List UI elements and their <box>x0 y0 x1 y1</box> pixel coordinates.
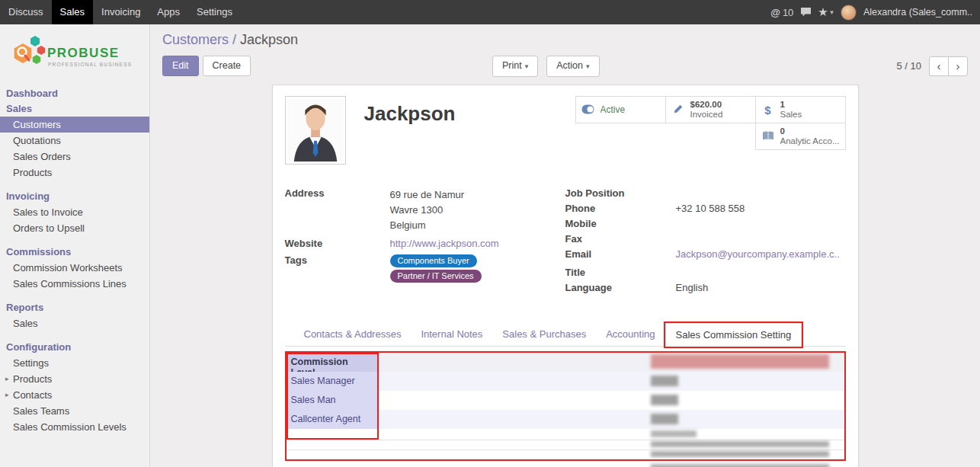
menu-settings[interactable]: Settings <box>188 0 241 24</box>
menu-discuss[interactable]: Discuss <box>0 0 52 24</box>
print-dropdown[interactable]: Print▾ <box>492 56 538 77</box>
expand-arrow-icon: ▸ <box>5 373 13 385</box>
control-panel: Customers / Jackpson Edit Create Print▾ … <box>150 24 980 83</box>
sidebar-item-sales-commission-levels[interactable]: Sales Commission Levels <box>0 419 149 435</box>
email-label: Email <box>565 248 676 261</box>
commission-table: Commission Level Sales Manager Sales Man… <box>285 351 846 461</box>
create-button[interactable]: Create <box>203 56 251 76</box>
sidebar-item-sales-to-invoice[interactable]: Sales to Invoice <box>0 204 149 220</box>
tab-internal-notes[interactable]: Internal Notes <box>411 323 492 346</box>
edit-button[interactable]: Edit <box>162 56 199 76</box>
breadcrumb-current: Jackpson <box>240 32 298 47</box>
tags-label: Tags <box>285 254 390 283</box>
pager-previous-button[interactable]: ‹ <box>929 56 949 76</box>
user-menu[interactable]: Alexandra (Sales_comm.. <box>863 7 972 18</box>
sidebar-heading-reports[interactable]: Reports <box>0 300 149 315</box>
language-label: Language <box>565 282 676 294</box>
sidebar-heading-configuration[interactable]: Configuration <box>0 340 149 355</box>
book-icon <box>761 130 775 143</box>
chat-bubble-icon <box>800 7 812 18</box>
sidebar-item-reports-sales[interactable]: Sales <box>0 315 149 331</box>
pager-next-button[interactable]: › <box>948 56 968 76</box>
chevron-left-icon: ‹ <box>937 59 941 72</box>
active-toggle-icon <box>581 104 595 117</box>
chevron-down-icon: ▾ <box>830 8 834 16</box>
table-row[interactable]: Sales Manager <box>287 372 844 391</box>
analytic-accounts-stat-button[interactable]: 0Analytic Acco... <box>755 123 846 150</box>
mention-count: 10 <box>783 7 793 18</box>
messages-button[interactable] <box>800 7 812 18</box>
title-label: Title <box>565 267 676 279</box>
expand-arrow-icon: ▸ <box>5 389 13 401</box>
sidebar-item-label: Contacts <box>13 389 52 401</box>
sidebar-item-sales-teams[interactable]: Sales Teams <box>0 403 149 419</box>
logo-subtitle: PROFESSIONAL BUSINESS <box>48 62 132 67</box>
sidebar-heading-commissions[interactable]: Commissions <box>0 245 149 260</box>
tag-components-buyer[interactable]: Components Buyer <box>390 254 477 267</box>
sidebar-heading-invoicing[interactable]: Invoicing <box>0 189 149 204</box>
partner-name: Jackpson <box>364 102 456 126</box>
breadcrumb-customers[interactable]: Customers <box>162 32 229 47</box>
sidebar-item-quotations[interactable]: Quotations <box>0 133 149 149</box>
tags-value: Components Buyer Partner / IT Services <box>390 254 482 283</box>
menu-apps[interactable]: Apps <box>149 0 188 24</box>
mobile-label: Mobile <box>565 218 676 230</box>
active-stat-button[interactable]: Active <box>575 96 666 123</box>
tab-sales-purchases[interactable]: Sales & Purchases <box>492 323 596 346</box>
mention-icon: @ <box>770 7 780 18</box>
stat-buttons: Active $620.00Invoiced $ 1Sales <box>574 96 846 150</box>
table-footer-stripe <box>287 440 844 449</box>
sidebar-item-sales-commissions-lines[interactable]: Sales Commissions Lines <box>0 276 149 292</box>
website-link[interactable]: http://www.jackpson.com <box>390 238 499 250</box>
menu-invoicing[interactable]: Invoicing <box>93 0 149 24</box>
user-avatar[interactable] <box>841 5 857 21</box>
top-navbar: Discuss Sales Invoicing Apps Settings @ … <box>0 0 980 24</box>
chevron-right-icon: › <box>956 59 960 72</box>
sales-stat-button[interactable]: $ 1Sales <box>755 96 846 123</box>
mention-counter[interactable]: @ 10 <box>770 7 793 18</box>
phone-value: +32 10 588 558 <box>676 203 745 215</box>
table-empty-row <box>287 429 844 440</box>
notebook-tabs: Contacts & Addresses Internal Notes Sale… <box>285 323 846 347</box>
tab-accounting[interactable]: Accounting <box>596 323 665 346</box>
invoiced-stat-button[interactable]: $620.00Invoiced <box>665 96 756 123</box>
sidebar-item-config-products[interactable]: ▸ Products <box>0 371 149 387</box>
sidebar-item-sales-orders[interactable]: Sales Orders <box>0 149 149 165</box>
action-dropdown[interactable]: Action▾ <box>546 56 599 77</box>
sidebar-item-products[interactable]: Products <box>0 165 149 181</box>
sidebar: PROBUSE PROFESSIONAL BUSINESS Dashboard … <box>0 24 150 467</box>
sidebar-item-config-contacts[interactable]: ▸ Contacts <box>0 387 149 403</box>
menu-sales[interactable]: Sales <box>52 0 94 24</box>
pencil-icon <box>671 104 685 117</box>
address-value: 69 rue de Namur Wavre 1300 Belgium <box>390 187 465 233</box>
sidebar-item-dashboard[interactable]: Dashboard <box>0 86 149 101</box>
sidebar-item-label: Products <box>13 373 52 385</box>
app-logo: PROBUSE PROFESSIONAL BUSINESS <box>0 24 149 82</box>
sidebar-item-sales[interactable]: Sales <box>0 101 149 117</box>
sidebar-item-orders-to-upsell[interactable]: Orders to Upsell <box>0 220 149 236</box>
sidebar-item-commission-worksheets[interactable]: Commission Worksheets <box>0 260 149 276</box>
table-row[interactable]: Sales Man <box>287 391 844 410</box>
table-header-row: Commission Level <box>287 353 844 372</box>
sidebar-item-customers[interactable]: Customers <box>0 117 149 133</box>
email-link[interactable]: Jackpson@yourcompany.example.c.. <box>676 248 840 261</box>
tab-contacts-addresses[interactable]: Contacts & Addresses <box>294 323 412 346</box>
address-label: Address <box>285 187 390 233</box>
job-position-label: Job Position <box>565 187 676 200</box>
tag-partner-it-services[interactable]: Partner / IT Services <box>390 270 482 283</box>
breadcrumb-separator: / <box>232 32 236 47</box>
table-row[interactable]: Callcenter Agent <box>287 410 844 429</box>
table-after-row <box>285 463 846 467</box>
sidebar-item-settings[interactable]: Settings <box>0 355 149 371</box>
redacted-region <box>651 464 829 467</box>
tab-sales-commission-setting[interactable]: Sales Commission Setting <box>665 323 802 347</box>
star-icon <box>818 8 828 17</box>
dollar-icon: $ <box>761 104 775 117</box>
systray-menu-button[interactable]: ▾ <box>818 8 834 17</box>
form-sheet: Jackpson Active $620.00Invoi <box>272 85 859 467</box>
website-label: Website <box>285 238 390 250</box>
commission-level-header: Commission Level <box>287 353 377 372</box>
pager-value: 5 / 10 <box>896 60 921 72</box>
phone-label: Phone <box>565 203 676 215</box>
chevron-down-icon: ▾ <box>586 62 590 70</box>
